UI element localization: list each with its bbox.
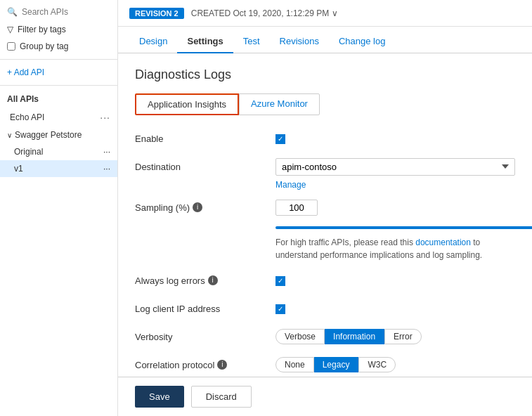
- filter-by-tags[interactable]: ▽ Filter by tags: [0, 21, 117, 38]
- group-checkbox[interactable]: [7, 42, 15, 51]
- main-area: REVISION 2 CREATED Oct 19, 2020, 1:12:29…: [118, 0, 532, 416]
- always-log-row: Always log errors i: [135, 271, 515, 290]
- manage-link[interactable]: Manage: [275, 180, 515, 190]
- revision-chevron[interactable]: ∨: [332, 8, 338, 18]
- sidebar-item-v1[interactable]: v1 ···: [0, 160, 117, 177]
- tab-design[interactable]: Design: [129, 30, 177, 53]
- original-dots[interactable]: ···: [103, 147, 110, 157]
- info-text: For high traffic APIs, please read this …: [275, 236, 515, 261]
- verbosity-pill-group: Verbose Information Error: [275, 329, 515, 344]
- correlation-label: Correlation protocol i: [135, 360, 275, 370]
- always-log-control[interactable]: [275, 275, 515, 286]
- verbosity-label: Verbosity: [135, 332, 275, 342]
- filter-label: Filter by tags: [18, 25, 66, 34]
- footer: Save Discard: [118, 377, 532, 416]
- content-area: Diagnostics Logs Application Insights Az…: [118, 53, 532, 377]
- divider-1: [0, 59, 117, 60]
- correlation-w3c[interactable]: W3C: [358, 357, 396, 372]
- verbosity-control: Verbose Information Error: [275, 329, 515, 344]
- documentation-link[interactable]: documentation: [415, 238, 471, 247]
- destination-select[interactable]: apim-contoso: [275, 158, 515, 176]
- verbosity-verbose[interactable]: Verbose: [275, 329, 325, 344]
- destination-label: Destination: [135, 162, 275, 172]
- group-by-tag[interactable]: Group by tag: [0, 38, 117, 55]
- tab-changelog[interactable]: Change log: [329, 30, 396, 53]
- subtab-azure-monitor[interactable]: Azure Monitor: [239, 93, 320, 115]
- sampling-row: Sampling (%) i: [135, 198, 515, 216]
- correlation-pill-group: None Legacy W3C: [275, 357, 515, 372]
- correlation-legacy[interactable]: Legacy: [314, 357, 359, 372]
- search-input[interactable]: [22, 7, 110, 17]
- v1-dots[interactable]: ···: [103, 164, 110, 174]
- nav-tabs: Design Settings Test Revisions Change lo…: [118, 27, 532, 53]
- search-bar[interactable]: 🔍: [0, 3, 117, 21]
- all-apis-label: All APIs: [0, 90, 117, 108]
- enable-label: Enable: [135, 134, 275, 144]
- log-ip-control[interactable]: [275, 303, 515, 314]
- correlation-none[interactable]: None: [275, 357, 314, 372]
- destination-row: Destination apim-contoso: [135, 157, 515, 176]
- log-ip-label: Log client IP address: [135, 304, 275, 314]
- tab-test[interactable]: Test: [233, 30, 270, 53]
- search-icon: 🔍: [7, 7, 18, 17]
- discard-button[interactable]: Discard: [191, 386, 252, 408]
- log-ip-checkbox[interactable]: [275, 304, 285, 314]
- enable-checkbox-icon[interactable]: [275, 134, 285, 144]
- destination-control: apim-contoso: [275, 158, 515, 176]
- always-log-checkbox[interactable]: [275, 276, 285, 286]
- echo-api-dots[interactable]: ···: [100, 112, 110, 123]
- sampling-info-icon[interactable]: i: [193, 202, 202, 212]
- petstore-label: Swagger Petstore: [15, 130, 82, 140]
- tab-revisions[interactable]: Revisions: [270, 30, 329, 53]
- correlation-row: Correlation protocol i None Legacy W3C: [135, 356, 515, 374]
- tab-settings[interactable]: Settings: [177, 30, 233, 53]
- verbosity-information[interactable]: Information: [325, 329, 384, 344]
- log-ip-row: Log client IP address: [135, 299, 515, 318]
- correlation-control: None Legacy W3C: [275, 357, 515, 372]
- always-log-label: Always log errors i: [135, 275, 275, 286]
- enable-checkbox[interactable]: [275, 133, 515, 144]
- group-label: Group by tag: [20, 41, 68, 51]
- divider-2: [0, 85, 117, 86]
- save-button[interactable]: Save: [135, 386, 184, 408]
- sidebar-item-original[interactable]: Original ···: [0, 143, 117, 160]
- sampling-slider-container: [275, 226, 515, 229]
- enable-row: Enable: [135, 129, 515, 148]
- sidebar: 🔍 ▽ Filter by tags Group by tag + Add AP…: [0, 0, 118, 416]
- sidebar-item-echo-api[interactable]: Echo API ···: [0, 108, 117, 126]
- sampling-control: [275, 200, 515, 216]
- topbar: REVISION 2 CREATED Oct 19, 2020, 1:12:29…: [118, 0, 532, 27]
- echo-api-label: Echo API: [10, 112, 44, 122]
- sidebar-item-swagger-petstore[interactable]: ∨ Swagger Petstore: [0, 126, 117, 143]
- revision-badge: REVISION 2: [129, 8, 184, 19]
- page-title: Diagnostics Logs: [135, 67, 515, 82]
- v1-label: v1: [14, 164, 23, 174]
- add-api-button[interactable]: + Add API: [0, 64, 117, 81]
- sub-tabs: Application Insights Azure Monitor: [135, 93, 515, 115]
- info-text-start: For high traffic APIs, please read this: [275, 238, 415, 247]
- petstore-chevron: ∨: [7, 131, 12, 139]
- correlation-info-icon[interactable]: i: [217, 360, 227, 370]
- filter-icon: ▽: [7, 25, 13, 34]
- original-label: Original: [14, 147, 43, 157]
- always-log-info-icon[interactable]: i: [208, 275, 218, 285]
- subtab-application-insights[interactable]: Application Insights: [135, 93, 239, 115]
- created-text: CREATED Oct 19, 2020, 1:12:29 PM: [191, 8, 330, 18]
- sampling-input[interactable]: [275, 200, 318, 216]
- sampling-slider[interactable]: [275, 226, 532, 229]
- sampling-label: Sampling (%) i: [135, 202, 275, 213]
- verbosity-row: Verbosity Verbose Information Error: [135, 327, 515, 346]
- verbosity-error[interactable]: Error: [384, 329, 422, 344]
